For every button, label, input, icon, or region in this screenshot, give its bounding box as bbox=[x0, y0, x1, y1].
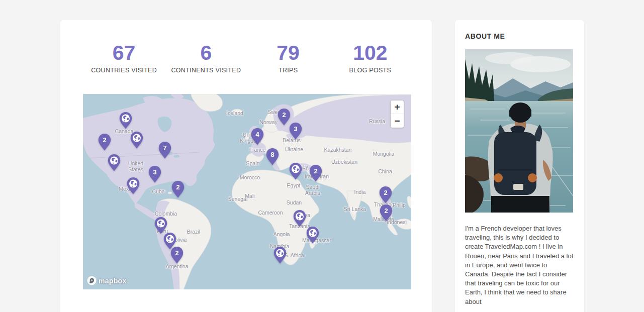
cluster-marker[interactable]: 3 bbox=[289, 122, 303, 140]
svg-text:2: 2 bbox=[384, 207, 388, 215]
stat-blogposts-value: 102 bbox=[329, 42, 411, 63]
zoom-out-button[interactable]: − bbox=[391, 114, 404, 128]
globe-marker[interactable] bbox=[273, 246, 287, 264]
globe-marker[interactable] bbox=[126, 177, 140, 195]
stat-countries-value: 67 bbox=[83, 42, 165, 63]
zoom-in-button[interactable]: + bbox=[391, 100, 404, 114]
svg-text:3: 3 bbox=[294, 125, 297, 133]
globe-marker[interactable] bbox=[289, 162, 303, 180]
svg-text:2: 2 bbox=[384, 189, 387, 196]
about-photo bbox=[465, 49, 573, 213]
stat-countries-label: COUNTRIES VISITED bbox=[83, 67, 165, 74]
world-map[interactable]: IcelandRussiaCanadaNorwaySwedenUnited Ki… bbox=[83, 94, 411, 289]
about-sidebar-card: ABOUT ME bbox=[455, 20, 584, 312]
svg-text:3: 3 bbox=[153, 168, 156, 176]
stat-blogposts: 102 BLOG POSTS bbox=[329, 42, 411, 74]
globe-marker[interactable] bbox=[130, 131, 144, 149]
globe-marker[interactable] bbox=[119, 112, 133, 130]
svg-text:4: 4 bbox=[255, 131, 259, 138]
map-zoom-control: + − bbox=[391, 100, 404, 128]
main-content-card: 67 COUNTRIES VISITED 6 CONTINENTS VISITE… bbox=[60, 20, 432, 312]
cluster-marker[interactable]: 2 bbox=[309, 164, 323, 182]
svg-text:2: 2 bbox=[175, 249, 178, 257]
cluster-marker[interactable]: 2 bbox=[379, 204, 393, 222]
svg-text:2: 2 bbox=[314, 167, 317, 175]
about-bio-text: I'm a French developer that loves travel… bbox=[465, 224, 574, 306]
globe-marker[interactable] bbox=[107, 154, 121, 172]
stat-blogposts-label: BLOG POSTS bbox=[329, 67, 411, 74]
cluster-marker[interactable]: 4 bbox=[250, 128, 264, 146]
globe-marker[interactable] bbox=[306, 226, 320, 244]
cluster-marker[interactable]: 2 bbox=[171, 180, 185, 198]
cluster-marker[interactable]: 2 bbox=[98, 133, 112, 151]
mapbox-attribution[interactable]: mapbox bbox=[87, 276, 126, 285]
stat-trips: 79 TRIPS bbox=[247, 42, 329, 74]
cluster-marker[interactable]: 2 bbox=[379, 186, 393, 204]
mapbox-wordmark: mapbox bbox=[99, 277, 126, 285]
svg-text:2: 2 bbox=[176, 183, 179, 191]
cluster-marker[interactable]: 7 bbox=[158, 141, 172, 159]
svg-text:2: 2 bbox=[282, 111, 286, 119]
globe-marker[interactable] bbox=[293, 210, 307, 228]
about-me-title: ABOUT ME bbox=[465, 32, 574, 40]
stat-continents: 6 CONTINENTS VISITED bbox=[165, 42, 247, 74]
stat-trips-label: TRIPS bbox=[247, 67, 329, 74]
stat-continents-value: 6 bbox=[165, 42, 247, 63]
cluster-marker[interactable]: 2 bbox=[170, 246, 184, 264]
stats-row: 67 COUNTRIES VISITED 6 CONTINENTS VISITE… bbox=[83, 42, 411, 74]
stat-trips-value: 79 bbox=[247, 42, 329, 63]
stat-continents-label: CONTINENTS VISITED bbox=[165, 67, 247, 74]
cluster-marker[interactable]: 3 bbox=[148, 165, 162, 183]
mapbox-icon bbox=[87, 276, 97, 285]
cluster-marker[interactable]: 8 bbox=[265, 148, 280, 166]
svg-text:7: 7 bbox=[163, 144, 166, 152]
svg-text:8: 8 bbox=[270, 151, 274, 158]
stat-countries: 67 COUNTRIES VISITED bbox=[83, 42, 165, 74]
svg-text:2: 2 bbox=[103, 136, 106, 144]
